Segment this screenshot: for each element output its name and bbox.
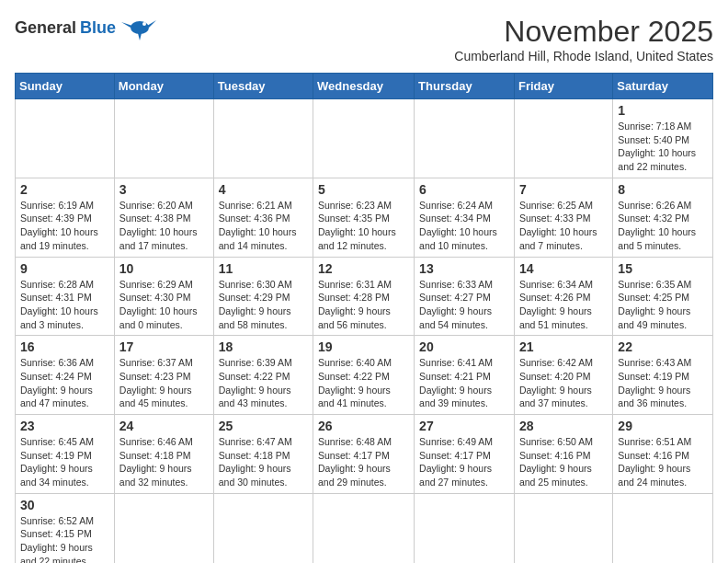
day-number: 23 <box>20 419 109 433</box>
day-number: 1 <box>618 103 708 118</box>
weekday-header-monday: Monday <box>114 74 213 99</box>
day-number: 20 <box>419 339 509 354</box>
calendar-cell <box>313 99 415 178</box>
calendar-cell: 24Sunrise: 6:46 AM Sunset: 4:18 PM Dayli… <box>114 415 213 494</box>
day-number: 16 <box>20 339 109 354</box>
day-info: Sunrise: 6:31 AM Sunset: 4:28 PM Dayligh… <box>318 278 409 332</box>
day-info: Sunrise: 6:52 AM Sunset: 4:15 PM Dayligh… <box>20 514 109 563</box>
day-info: Sunrise: 6:41 AM Sunset: 4:21 PM Dayligh… <box>419 356 509 410</box>
day-number: 17 <box>119 339 209 354</box>
calendar-cell: 10Sunrise: 6:29 AM Sunset: 4:30 PM Dayli… <box>114 257 213 336</box>
day-number: 8 <box>618 182 708 197</box>
calendar-week-row: 30Sunrise: 6:52 AM Sunset: 4:15 PM Dayli… <box>16 493 713 563</box>
day-number: 22 <box>618 339 708 354</box>
page-header: GeneralBlue November 2025 Cumberland Hil… <box>15 15 713 63</box>
day-info: Sunrise: 6:49 AM Sunset: 4:17 PM Dayligh… <box>419 435 509 489</box>
day-number: 15 <box>618 261 708 276</box>
day-info: Sunrise: 6:42 AM Sunset: 4:20 PM Dayligh… <box>519 356 608 410</box>
month-title: November 2025 <box>454 15 713 49</box>
day-number: 4 <box>219 182 308 197</box>
weekday-header-friday: Friday <box>514 74 612 99</box>
calendar-cell <box>415 493 515 563</box>
calendar-cell: 16Sunrise: 6:36 AM Sunset: 4:24 PM Dayli… <box>16 336 115 415</box>
svg-point-1 <box>131 21 149 34</box>
calendar-cell <box>213 99 313 178</box>
logo-general-text: General <box>15 18 76 38</box>
weekday-header-thursday: Thursday <box>415 74 515 99</box>
svg-point-4 <box>142 22 146 26</box>
logo: GeneralBlue <box>15 15 156 40</box>
calendar-cell <box>16 99 115 178</box>
calendar-week-row: 9Sunrise: 6:28 AM Sunset: 4:31 PM Daylig… <box>16 257 713 336</box>
weekday-header-tuesday: Tuesday <box>213 74 313 99</box>
day-number: 9 <box>20 261 109 276</box>
day-info: Sunrise: 6:37 AM Sunset: 4:23 PM Dayligh… <box>119 356 209 410</box>
calendar-cell: 15Sunrise: 6:35 AM Sunset: 4:25 PM Dayli… <box>613 257 713 336</box>
day-number: 3 <box>119 182 209 197</box>
day-info: Sunrise: 6:45 AM Sunset: 4:19 PM Dayligh… <box>20 435 109 489</box>
calendar-cell: 22Sunrise: 6:43 AM Sunset: 4:19 PM Dayli… <box>613 336 713 415</box>
calendar-cell <box>114 99 213 178</box>
day-info: Sunrise: 6:51 AM Sunset: 4:16 PM Dayligh… <box>618 435 708 489</box>
day-number: 5 <box>318 182 409 197</box>
calendar-cell <box>313 493 415 563</box>
day-info: Sunrise: 6:48 AM Sunset: 4:17 PM Dayligh… <box>318 435 409 489</box>
day-number: 6 <box>419 182 509 197</box>
title-block: November 2025 Cumberland Hill, Rhode Isl… <box>454 15 713 63</box>
calendar-cell: 29Sunrise: 6:51 AM Sunset: 4:16 PM Dayli… <box>613 415 713 494</box>
calendar-week-row: 23Sunrise: 6:45 AM Sunset: 4:19 PM Dayli… <box>16 415 713 494</box>
calendar-cell: 17Sunrise: 6:37 AM Sunset: 4:23 PM Dayli… <box>114 336 213 415</box>
calendar-cell: 13Sunrise: 6:33 AM Sunset: 4:27 PM Dayli… <box>415 257 515 336</box>
day-info: Sunrise: 6:25 AM Sunset: 4:33 PM Dayligh… <box>519 199 608 253</box>
calendar-cell: 14Sunrise: 6:34 AM Sunset: 4:26 PM Dayli… <box>514 257 612 336</box>
svg-marker-3 <box>138 33 142 40</box>
weekday-header-sunday: Sunday <box>16 74 115 99</box>
day-number: 2 <box>20 182 109 197</box>
calendar-cell: 6Sunrise: 6:24 AM Sunset: 4:34 PM Daylig… <box>415 178 515 257</box>
day-number: 7 <box>519 182 608 197</box>
day-number: 14 <box>519 261 608 276</box>
calendar-cell: 7Sunrise: 6:25 AM Sunset: 4:33 PM Daylig… <box>514 178 612 257</box>
day-info: Sunrise: 6:47 AM Sunset: 4:18 PM Dayligh… <box>219 435 308 489</box>
day-number: 11 <box>219 261 308 276</box>
calendar-cell <box>415 99 515 178</box>
svg-marker-2 <box>147 20 156 28</box>
day-number: 26 <box>318 419 409 433</box>
day-info: Sunrise: 6:39 AM Sunset: 4:22 PM Dayligh… <box>219 356 308 410</box>
calendar-cell: 4Sunrise: 6:21 AM Sunset: 4:36 PM Daylig… <box>213 178 313 257</box>
day-info: Sunrise: 6:43 AM Sunset: 4:19 PM Dayligh… <box>618 356 708 410</box>
calendar-cell: 9Sunrise: 6:28 AM Sunset: 4:31 PM Daylig… <box>16 257 115 336</box>
day-info: Sunrise: 6:35 AM Sunset: 4:25 PM Dayligh… <box>618 278 708 332</box>
calendar-cell: 23Sunrise: 6:45 AM Sunset: 4:19 PM Dayli… <box>16 415 115 494</box>
day-info: Sunrise: 6:28 AM Sunset: 4:31 PM Dayligh… <box>20 278 109 332</box>
weekday-header-saturday: Saturday <box>613 74 713 99</box>
calendar-cell: 5Sunrise: 6:23 AM Sunset: 4:35 PM Daylig… <box>313 178 415 257</box>
weekday-header-row: SundayMondayTuesdayWednesdayThursdayFrid… <box>16 74 713 99</box>
calendar-cell: 26Sunrise: 6:48 AM Sunset: 4:17 PM Dayli… <box>313 415 415 494</box>
logo-bird-icon <box>121 15 156 40</box>
calendar-table: SundayMondayTuesdayWednesdayThursdayFrid… <box>15 73 713 563</box>
day-info: Sunrise: 6:21 AM Sunset: 4:36 PM Dayligh… <box>219 199 308 253</box>
day-info: Sunrise: 6:34 AM Sunset: 4:26 PM Dayligh… <box>519 278 608 332</box>
calendar-cell: 25Sunrise: 6:47 AM Sunset: 4:18 PM Dayli… <box>213 415 313 494</box>
day-info: Sunrise: 6:19 AM Sunset: 4:39 PM Dayligh… <box>20 199 109 253</box>
calendar-cell: 20Sunrise: 6:41 AM Sunset: 4:21 PM Dayli… <box>415 336 515 415</box>
location-subtitle: Cumberland Hill, Rhode Island, United St… <box>454 49 713 63</box>
logo-blue-text: Blue <box>80 18 116 38</box>
day-info: Sunrise: 6:50 AM Sunset: 4:16 PM Dayligh… <box>519 435 608 489</box>
day-number: 21 <box>519 339 608 354</box>
calendar-cell: 30Sunrise: 6:52 AM Sunset: 4:15 PM Dayli… <box>16 493 115 563</box>
calendar-week-row: 16Sunrise: 6:36 AM Sunset: 4:24 PM Dayli… <box>16 336 713 415</box>
day-info: Sunrise: 6:26 AM Sunset: 4:32 PM Dayligh… <box>618 199 708 253</box>
calendar-cell: 21Sunrise: 6:42 AM Sunset: 4:20 PM Dayli… <box>514 336 612 415</box>
day-info: Sunrise: 6:20 AM Sunset: 4:38 PM Dayligh… <box>119 199 209 253</box>
calendar-week-row: 1Sunrise: 7:18 AM Sunset: 5:40 PM Daylig… <box>16 99 713 178</box>
calendar-cell: 27Sunrise: 6:49 AM Sunset: 4:17 PM Dayli… <box>415 415 515 494</box>
day-number: 30 <box>20 498 109 512</box>
calendar-cell: 1Sunrise: 7:18 AM Sunset: 5:40 PM Daylig… <box>613 99 713 178</box>
day-info: Sunrise: 6:30 AM Sunset: 4:29 PM Dayligh… <box>219 278 308 332</box>
day-info: Sunrise: 6:24 AM Sunset: 4:34 PM Dayligh… <box>419 199 509 253</box>
calendar-cell: 3Sunrise: 6:20 AM Sunset: 4:38 PM Daylig… <box>114 178 213 257</box>
day-number: 13 <box>419 261 509 276</box>
day-number: 28 <box>519 419 608 433</box>
